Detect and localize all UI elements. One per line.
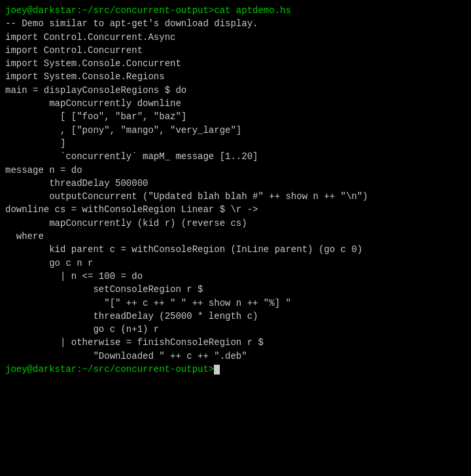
terminal-line: import Control.Concurrent.Async [5,31,466,44]
terminal-line: go c n r [5,257,466,270]
terminal-line: ] [5,137,466,150]
terminal-line: message n = do [5,164,466,177]
terminal-line: mapConcurrently downline [5,97,466,110]
terminal-line: import Control.Concurrent [5,44,466,57]
terminal-line: import System.Console.Regions [5,70,466,83]
terminal-line: , ["pony", "mango", "very_large"] [5,124,466,137]
terminal-line: | n <= 100 = do [5,270,466,283]
terminal-line: threadDelay 500000 [5,177,466,190]
terminal-line: "Downloaded " ++ c ++ ".deb" [5,350,466,363]
terminal-line: `concurrently` mapM_ message [1..20] [5,150,466,163]
terminal-line: -- Demo similar to apt-get's download di… [5,17,466,30]
terminal-line: import System.Console.Concurrent [5,57,466,70]
terminal-line: [ ["foo", "bar", "baz"] [5,110,466,123]
terminal: joey@darkstar:~/src/concurrent-output>ca… [0,0,471,476]
terminal-line: joey@darkstar:~/src/concurrent-output> [5,363,466,376]
terminal-line: main = displayConsoleRegions $ do [5,84,466,97]
terminal-line: joey@darkstar:~/src/concurrent-output>ca… [5,4,466,17]
terminal-line: threadDelay (25000 * length c) [5,310,466,323]
terminal-line: mapConcurrently (kid r) (reverse cs) [5,217,466,230]
terminal-line: kid parent c = withConsoleRegion (InLine… [5,243,466,256]
terminal-cursor [214,365,220,375]
terminal-line: setConsoleRegion r $ [5,283,466,296]
terminal-line: | otherwise = finishConsoleRegion r $ [5,336,466,349]
terminal-line: go c (n+1) r [5,323,466,336]
terminal-line: where [5,230,466,243]
terminal-line: downline cs = withConsoleRegion Linear $… [5,203,466,216]
terminal-line: outputConcurrent ("Updated blah blah #" … [5,190,466,203]
terminal-line: "[" ++ c ++ " " ++ show n ++ "%] " [5,297,466,310]
